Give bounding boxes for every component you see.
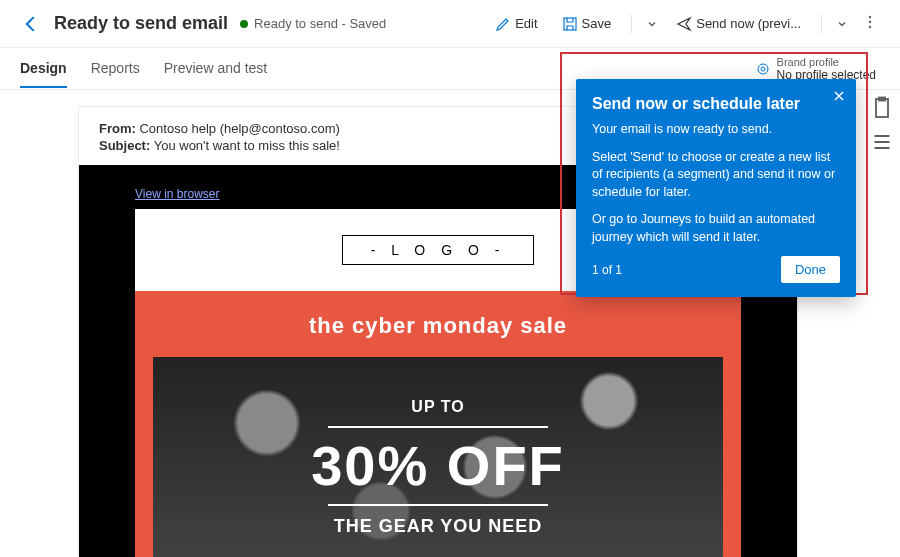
- from-label: From:: [99, 121, 136, 136]
- coach-line2: Select 'Send' to choose or create a new …: [592, 149, 840, 202]
- svg-point-4: [758, 64, 768, 74]
- brand-profile[interactable]: Brand profile No profile selected: [755, 56, 880, 82]
- separator: [631, 15, 632, 33]
- save-label: Save: [582, 16, 612, 31]
- coach-line1: Your email is now ready to send.: [592, 121, 840, 139]
- coach-close-button[interactable]: [832, 89, 846, 106]
- send-now-button[interactable]: Send now (previ...: [670, 12, 807, 36]
- svg-point-3: [869, 26, 871, 28]
- percent-off: 30% OFF: [311, 438, 565, 494]
- chevron-down-icon[interactable]: [646, 18, 658, 30]
- brand-profile-label: Brand profile: [777, 56, 876, 68]
- status-dot-icon: [240, 20, 248, 28]
- save-button[interactable]: Save: [556, 12, 618, 36]
- tab-reports[interactable]: Reports: [91, 50, 140, 88]
- coach-line3: Or go to Journeys to build an automated …: [592, 211, 840, 246]
- back-button[interactable]: [20, 13, 42, 35]
- send-icon: [676, 16, 692, 32]
- subject-value: You won't want to miss this sale!: [154, 138, 340, 153]
- list-icon: [870, 130, 894, 154]
- rail-list-button[interactable]: [870, 130, 894, 154]
- clipboard-icon: [870, 96, 894, 120]
- from-value: Contoso help (help@contoso.com): [139, 121, 339, 136]
- divider-line: [328, 426, 548, 428]
- close-icon: [832, 89, 846, 103]
- gear-icon: [755, 61, 771, 77]
- tab-design[interactable]: Design: [20, 50, 67, 88]
- status-text: Ready to send - Saved: [254, 16, 386, 31]
- hero-title: the cyber monday sale: [153, 313, 723, 339]
- save-icon: [562, 16, 578, 32]
- status: Ready to send - Saved: [240, 16, 386, 31]
- gear-text: THE GEAR YOU NEED: [334, 516, 543, 537]
- page-title: Ready to send email: [54, 13, 228, 34]
- rail-clipboard-button[interactable]: [870, 96, 894, 120]
- view-in-browser-link[interactable]: View in browser: [135, 187, 219, 201]
- separator: [821, 15, 822, 33]
- tab-preview[interactable]: Preview and test: [164, 50, 268, 88]
- pencil-icon: [495, 16, 511, 32]
- subject-label: Subject:: [99, 138, 150, 153]
- top-bar: Ready to send email Ready to send - Save…: [0, 0, 900, 48]
- coach-title: Send now or schedule later: [592, 95, 840, 113]
- more-button[interactable]: [860, 14, 880, 33]
- edit-button[interactable]: Edit: [489, 12, 543, 36]
- svg-rect-6: [876, 99, 888, 117]
- chevron-down-icon[interactable]: [836, 18, 848, 30]
- more-vertical-icon: [868, 14, 872, 30]
- arrow-left-icon: [20, 13, 42, 35]
- upto-text: UP TO: [411, 398, 464, 416]
- hero-image: UP TO 30% OFF THE GEAR YOU NEED: [153, 357, 723, 557]
- svg-point-1: [869, 16, 871, 18]
- coach-step: 1 of 1: [592, 263, 622, 277]
- svg-point-5: [761, 67, 765, 71]
- hero-band: the cyber monday sale UP TO 30% OFF THE …: [135, 291, 741, 557]
- logo-placeholder: - L O G O -: [342, 235, 535, 265]
- hero-copy: UP TO 30% OFF THE GEAR YOU NEED: [153, 357, 723, 557]
- divider-line: [328, 504, 548, 506]
- right-rail: [870, 96, 894, 154]
- send-label: Send now (previ...: [696, 16, 801, 31]
- done-button[interactable]: Done: [781, 256, 840, 283]
- coach-mark: Send now or schedule later Your email is…: [576, 79, 856, 297]
- edit-label: Edit: [515, 16, 537, 31]
- svg-point-2: [869, 21, 871, 23]
- svg-rect-0: [564, 18, 576, 30]
